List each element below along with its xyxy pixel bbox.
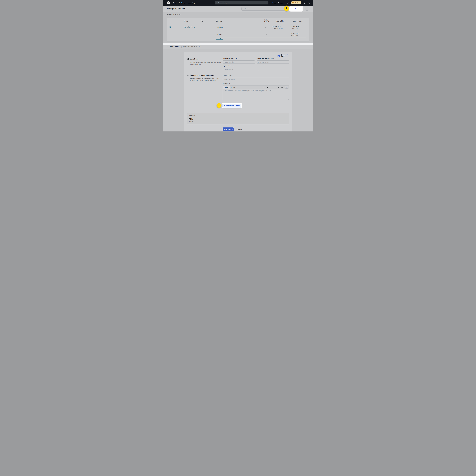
main-menu: Trips Bookings Accounting — [173, 2, 195, 4]
locations-section-description: Add pickup-drop location along with a sh… — [190, 61, 222, 65]
last-updated-cell: 28 Nov, 2025 Vivek QA — [289, 24, 306, 31]
vertical-divider — [181, 46, 182, 48]
quick-add-label: Quick Add — [281, 54, 287, 57]
entry-method-cell — [262, 31, 271, 38]
view-more-link[interactable]: View More — [216, 38, 223, 40]
svg-text:1: 1 — [278, 86, 278, 87]
user-profile-icon[interactable] — [308, 2, 310, 4]
entry-method-cell — [262, 24, 271, 31]
services-list-section: Showing 30 Items From To Services EntryM… — [163, 12, 313, 43]
trip-destinations-input[interactable] — [222, 68, 259, 71]
services-subtable: Himanshu 31 Dec, 2025 Himanshu saini 28 … — [216, 24, 306, 38]
locations-section-title: Locations — [190, 58, 199, 60]
service-name-cell: leisure — [216, 31, 262, 38]
new-service-form-section: Quick Add Locations Add pickup-drop loca… — [163, 49, 313, 132]
table-row[interactable]: Himanshu 31 Dec, 2025 Himanshu saini 28 … — [216, 24, 306, 31]
column-header-entry-method: EntryMethod — [262, 18, 271, 24]
italic-icon[interactable]: I — [270, 86, 272, 88]
ai-sparkle-icon[interactable] — [285, 86, 288, 88]
services-search-input[interactable]: Search... — [241, 7, 284, 11]
rate-validity-cell: 31 Dec, 2025 Himanshu saini — [271, 24, 289, 31]
breadcrumb-parent[interactable]: Transport Services — [183, 46, 195, 48]
to-city-label: To/Drop/End City (optional) — [257, 58, 274, 59]
brand-logo-icon[interactable] — [167, 1, 170, 5]
notification-dot — [288, 2, 289, 2]
refresh-icon[interactable] — [179, 14, 181, 15]
global-search-placeholder: Search for trips... — [218, 2, 229, 4]
description-editor: Write Preview H B I 12 — [222, 85, 289, 100]
file-import-icon — [265, 26, 267, 29]
quick-add-checkbox[interactable] — [278, 55, 280, 57]
app-window: Trips Bookings Accounting Search for tri… — [163, 0, 313, 132]
nav-item-trips[interactable]: Trips — [173, 2, 176, 4]
person-icon — [291, 35, 292, 36]
last-updated-cell: 28 Nov, 2025 Vivek QA — [289, 31, 306, 38]
description-textarea[interactable]: Upon your arrival at Railway Station, yo… — [223, 89, 289, 100]
tour-step-badge-1: 1 — [284, 5, 289, 11]
services-table: From To Services EntryMethod Rate Validi… — [167, 18, 309, 42]
tab-preview[interactable]: Preview — [230, 86, 238, 88]
manual-signature-icon — [265, 33, 267, 35]
description-label: Description — [222, 83, 230, 85]
summary-itinerary: [Itinerary] — [188, 121, 288, 122]
more-options-kebab-icon[interactable] — [305, 7, 308, 11]
service-name-input[interactable] — [222, 78, 289, 81]
page-header: Transport Services Search... 1 New Servi… — [163, 6, 313, 12]
top-navbar: Trips Bookings Accounting Search for tri… — [163, 0, 313, 6]
updated-by: Vivek QA — [291, 28, 305, 29]
plus-icon: + — [224, 104, 225, 107]
service-details-section-description: Please provide the service name with inc… — [190, 77, 224, 82]
home-icon[interactable] — [304, 2, 306, 4]
ordered-list-icon[interactable]: 12 — [278, 86, 279, 88]
quick-add-toggle[interactable]: Quick Add — [277, 54, 288, 57]
rate-validity-cell: - — [271, 31, 289, 38]
back-arrow-icon[interactable] — [167, 46, 169, 48]
from-city-input[interactable] — [222, 60, 255, 64]
nav-item-accounting[interactable]: Accounting — [188, 2, 195, 4]
nav-item-transport[interactable]: Transport — [278, 2, 284, 4]
link-icon[interactable] — [274, 86, 276, 88]
svg-text:2: 2 — [278, 87, 278, 88]
global-search-input[interactable]: Search for trips... — [215, 1, 269, 4]
summary-label: SUMMARY — [188, 115, 288, 117]
updated-by: Vivek QA — [291, 34, 305, 36]
column-header-services: Services — [216, 18, 235, 24]
section-gap-strip — [163, 43, 313, 45]
whats-new-button[interactable]: What's New — [291, 1, 301, 4]
to-city-input[interactable] — [257, 60, 289, 64]
description-placeholder: Upon your arrival at Railway Station, yo… — [224, 90, 273, 91]
bullet-list-icon[interactable] — [281, 86, 283, 88]
column-header-rate-validity: Rate Validity — [271, 18, 289, 24]
breadcrumb-current: New — [198, 46, 201, 48]
tab-write[interactable]: Write — [223, 85, 230, 89]
save-service-button[interactable]: Save Service — [222, 127, 234, 131]
rate-by: Himanshu saini — [272, 28, 288, 29]
nav-item-hotels[interactable]: Hotels — [272, 2, 276, 4]
trip-destinations-label: Trip Destinations — [222, 65, 234, 67]
cancel-button[interactable]: Cancel — [237, 127, 242, 131]
items-count-label: Showing 30 Items — [167, 14, 178, 15]
from-city-label: From/Pickup/Start City — [222, 58, 238, 59]
column-header-from: From — [184, 18, 199, 24]
new-service-subheader: New Service Transport Services New — [163, 45, 313, 49]
services-search-placeholder: Search... — [245, 8, 251, 10]
table-row[interactable]: leisure - 28 Nov, 2025 Vivek QA — [216, 31, 306, 38]
nav-item-bookings[interactable]: Bookings — [179, 2, 185, 4]
subheader-title: New Service — [170, 46, 179, 48]
notifications-bell-icon[interactable] — [287, 2, 289, 4]
service-name-cell: Himanshu — [216, 24, 262, 31]
search-icon — [216, 2, 218, 4]
heading-icon[interactable]: H — [263, 86, 264, 88]
chevron-right-icon — [196, 46, 197, 47]
service-from-link[interactable]: Port Blair Arrival — [184, 26, 195, 28]
navbar-right-cluster: Hotels Transport What's New — [272, 0, 310, 6]
summary-panel: SUMMARY [Title] [Itinerary] — [187, 113, 289, 124]
column-header-last-updated: Last Updated — [289, 18, 306, 24]
resize-handle[interactable] — [288, 99, 289, 100]
add-another-service-button[interactable]: + Add another service — [222, 103, 241, 108]
bold-icon[interactable]: B — [267, 86, 268, 88]
bus-icon — [169, 26, 171, 29]
search-icon — [243, 8, 244, 10]
new-service-button[interactable]: New Service — [290, 7, 303, 11]
tour-step-badge-2: 2 — [217, 103, 221, 108]
